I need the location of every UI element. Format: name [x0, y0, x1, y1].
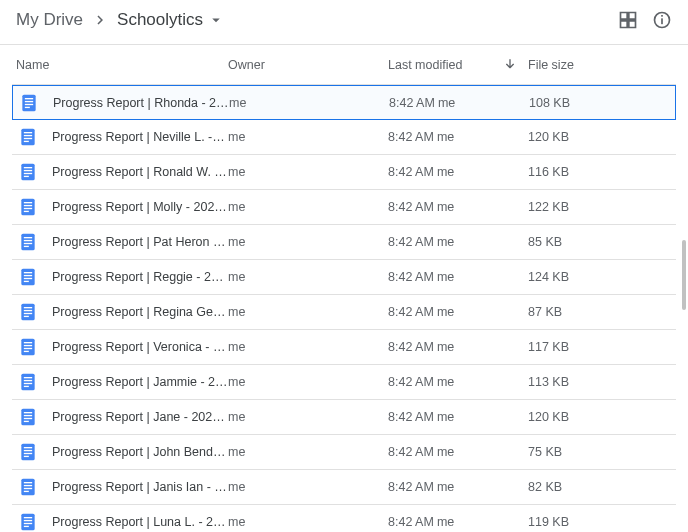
modified-by: me	[437, 165, 454, 179]
docs-file-icon	[18, 302, 38, 322]
file-name: Progress Report | Rhonda - 2022-05-...	[53, 96, 229, 110]
table-row[interactable]: Progress Report | John Bender - 202...me…	[12, 435, 676, 470]
cell-size: 113 KB	[528, 375, 676, 389]
table-row[interactable]: Progress Report | Veronica - 2022-0...me…	[12, 330, 676, 365]
svg-rect-11	[24, 138, 32, 139]
modified-time: 8:42 AM	[388, 515, 434, 529]
cell-size: 120 KB	[528, 130, 676, 144]
table-row[interactable]: Progress Report | Regina George - 2...me…	[12, 295, 676, 330]
svg-rect-35	[24, 310, 32, 311]
file-name: Progress Report | Pat Heron - 2022-...	[52, 235, 228, 249]
breadcrumb-current-label: Schoolytics	[117, 10, 203, 30]
svg-rect-13	[21, 164, 34, 181]
svg-rect-26	[24, 243, 32, 244]
cell-size: 75 KB	[528, 445, 676, 459]
svg-rect-31	[24, 278, 32, 279]
docs-file-icon	[18, 127, 38, 147]
svg-rect-43	[21, 374, 34, 391]
svg-rect-44	[24, 377, 32, 378]
file-name: Progress Report | Ronald W. - 2022-0...	[52, 165, 228, 179]
docs-file-icon	[18, 197, 38, 217]
table-row[interactable]: Progress Report | Jammie - 2022-05...me8…	[12, 365, 676, 400]
table-row[interactable]: Progress Report | Neville L. - 2022-0...…	[12, 120, 676, 155]
svg-rect-66	[24, 523, 32, 524]
modified-by: me	[437, 445, 454, 459]
breadcrumb-root[interactable]: My Drive	[16, 10, 83, 30]
modified-by: me	[437, 515, 454, 529]
table-row[interactable]: Progress Report | Reggie - 2022-05-...me…	[12, 260, 676, 295]
svg-rect-53	[21, 444, 34, 461]
modified-time: 8:42 AM	[388, 410, 434, 424]
cell-name: Progress Report | Rhonda - 2022-05-...	[13, 93, 229, 113]
modified-by: me	[438, 96, 455, 110]
svg-rect-52	[24, 421, 29, 422]
svg-rect-29	[24, 272, 32, 273]
file-name: Progress Report | Jane - 2022-05-17...	[52, 410, 228, 424]
table-row[interactable]: Progress Report | Luna L. - 2022-05-...m…	[12, 505, 676, 532]
table-row[interactable]: Progress Report | Rhonda - 2022-05-...me…	[12, 85, 676, 120]
docs-file-icon	[18, 407, 38, 427]
file-name: Progress Report | Regina George - 2...	[52, 305, 228, 319]
cell-size: 82 KB	[528, 480, 676, 494]
cell-name: Progress Report | Janis Ian - 2022-0...	[12, 477, 228, 497]
grid-view-button[interactable]	[618, 10, 638, 30]
svg-rect-63	[21, 514, 34, 531]
column-header-modified[interactable]: Last modified	[388, 57, 528, 73]
table-row[interactable]: Progress Report | Molly - 2022-05-1...me…	[12, 190, 676, 225]
table-header: Name Owner Last modified File size	[12, 45, 676, 85]
svg-rect-4	[25, 98, 33, 99]
column-header-name[interactable]: Name	[12, 58, 228, 72]
cell-size: 85 KB	[528, 235, 676, 249]
cell-owner: me	[228, 305, 388, 319]
file-name: Progress Report | Veronica - 2022-0...	[52, 340, 228, 354]
modified-time: 8:42 AM	[388, 235, 434, 249]
svg-rect-58	[21, 479, 34, 496]
sort-down-icon	[502, 57, 518, 73]
svg-rect-59	[24, 482, 32, 483]
docs-file-icon	[18, 477, 38, 497]
docs-file-icon	[18, 232, 38, 252]
scrollbar[interactable]	[682, 240, 686, 310]
cell-modified: 8:42 AMme	[388, 165, 528, 179]
cell-name: Progress Report | Regina George - 2...	[12, 302, 228, 322]
table-row[interactable]: Progress Report | Janis Ian - 2022-0...m…	[12, 470, 676, 505]
svg-rect-48	[21, 409, 34, 426]
svg-rect-5	[25, 100, 33, 101]
svg-rect-49	[24, 412, 32, 413]
cell-owner: me	[228, 375, 388, 389]
info-button[interactable]	[652, 10, 672, 30]
grid-icon	[618, 10, 638, 30]
cell-modified: 8:42 AMme	[388, 515, 528, 529]
svg-rect-50	[24, 415, 32, 416]
modified-by: me	[437, 130, 454, 144]
svg-rect-42	[24, 351, 29, 352]
table-row[interactable]: Progress Report | Pat Heron - 2022-...me…	[12, 225, 676, 260]
modified-by: me	[437, 340, 454, 354]
cell-owner: me	[229, 96, 389, 110]
cell-modified: 8:42 AMme	[388, 270, 528, 284]
modified-time: 8:42 AM	[388, 375, 434, 389]
svg-rect-40	[24, 345, 32, 346]
svg-rect-56	[24, 453, 32, 454]
svg-rect-28	[21, 269, 34, 286]
column-header-size[interactable]: File size	[528, 58, 676, 72]
table-row[interactable]: Progress Report | Ronald W. - 2022-0...m…	[12, 155, 676, 190]
svg-rect-60	[24, 485, 32, 486]
file-name: Progress Report | Molly - 2022-05-1...	[52, 200, 228, 214]
modified-time: 8:42 AM	[388, 305, 434, 319]
svg-rect-45	[24, 380, 32, 381]
svg-rect-41	[24, 348, 32, 349]
svg-rect-24	[24, 237, 32, 238]
svg-rect-23	[21, 234, 34, 251]
cell-owner: me	[228, 445, 388, 459]
modified-by: me	[437, 235, 454, 249]
svg-rect-25	[24, 240, 32, 241]
svg-rect-21	[24, 208, 32, 209]
svg-rect-47	[24, 386, 29, 387]
file-name: Progress Report | Jammie - 2022-05...	[52, 375, 228, 389]
modified-time: 8:42 AM	[388, 270, 434, 284]
table-row[interactable]: Progress Report | Jane - 2022-05-17...me…	[12, 400, 676, 435]
breadcrumb-current[interactable]: Schoolytics	[117, 10, 225, 30]
column-header-owner[interactable]: Owner	[228, 58, 388, 72]
cell-name: Progress Report | Reggie - 2022-05-...	[12, 267, 228, 287]
